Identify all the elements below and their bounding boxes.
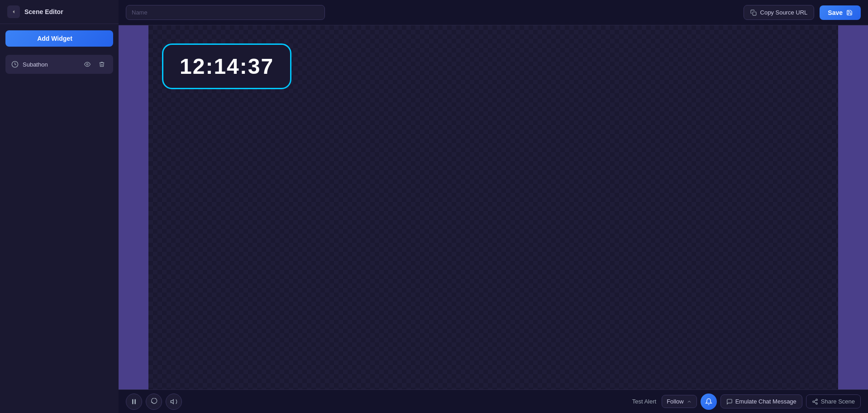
bell-icon bbox=[705, 398, 712, 405]
sidebar-title: Scene Editor bbox=[24, 8, 63, 15]
timer-display: 12:14:37 bbox=[180, 54, 274, 79]
pause-button[interactable] bbox=[126, 394, 142, 410]
sidebar-header: Scene Editor bbox=[0, 0, 119, 24]
svg-rect-2 bbox=[753, 12, 756, 15]
pause-icon bbox=[130, 398, 138, 405]
test-alert-select[interactable]: Follow bbox=[662, 395, 697, 408]
top-bar: Copy Source URL Save bbox=[119, 0, 868, 25]
undo-icon bbox=[150, 398, 157, 405]
add-widget-button[interactable]: Add Widget bbox=[5, 30, 113, 47]
svg-point-7 bbox=[813, 401, 815, 403]
chat-icon bbox=[726, 399, 733, 405]
save-icon bbox=[846, 10, 853, 16]
volume-icon bbox=[170, 398, 177, 405]
volume-button[interactable] bbox=[166, 394, 182, 410]
sidebar: Scene Editor Add Widget Subathon bbox=[0, 0, 119, 413]
share-scene-label: Share Scene bbox=[821, 398, 855, 405]
share-scene-button[interactable]: Share Scene bbox=[806, 394, 861, 408]
add-widget-label: Add Widget bbox=[37, 35, 72, 42]
svg-rect-4 bbox=[134, 399, 136, 404]
emulate-chat-label: Emulate Chat Message bbox=[735, 398, 796, 405]
left-panel-strip bbox=[119, 25, 148, 389]
emulate-chat-button[interactable]: Emulate Chat Message bbox=[720, 394, 802, 408]
svg-point-1 bbox=[86, 63, 88, 65]
svg-line-10 bbox=[814, 400, 816, 401]
test-alert-option: Follow bbox=[667, 398, 684, 405]
subathon-widget-icon bbox=[11, 60, 19, 68]
widget-visibility-button[interactable] bbox=[81, 58, 93, 70]
copy-source-url-button[interactable]: Copy Source URL bbox=[744, 5, 815, 20]
chevron-up-icon bbox=[687, 399, 692, 404]
main-content: Copy Source URL Save 12:14:37 bbox=[119, 0, 868, 413]
svg-point-6 bbox=[816, 399, 818, 401]
right-panel-strip bbox=[838, 25, 868, 389]
widget-item-actions bbox=[81, 58, 108, 70]
widget-list: Subathon bbox=[0, 53, 119, 76]
copy-icon bbox=[750, 10, 757, 16]
scene-name-input[interactable] bbox=[126, 5, 325, 20]
fire-alert-button[interactable] bbox=[701, 394, 717, 410]
timer-widget[interactable]: 12:14:37 bbox=[162, 43, 291, 89]
widget-item-label: Subathon bbox=[23, 61, 78, 68]
copy-source-label: Copy Source URL bbox=[760, 9, 808, 16]
svg-line-9 bbox=[814, 402, 816, 403]
svg-point-8 bbox=[816, 403, 818, 404]
save-label: Save bbox=[828, 9, 843, 16]
svg-marker-5 bbox=[171, 399, 173, 403]
share-icon bbox=[812, 399, 818, 405]
test-alert-label: Test Alert bbox=[632, 398, 656, 405]
trash-icon bbox=[99, 61, 105, 67]
canvas-main[interactable]: 12:14:37 bbox=[148, 25, 838, 389]
svg-rect-3 bbox=[132, 399, 134, 404]
save-button[interactable]: Save bbox=[820, 5, 861, 20]
widget-item-subathon[interactable]: Subathon bbox=[5, 55, 113, 74]
bottom-bar: Test Alert Follow Emulate Chat Message bbox=[119, 389, 868, 413]
back-button[interactable] bbox=[7, 5, 20, 18]
widget-delete-button[interactable] bbox=[96, 58, 108, 70]
undo-button[interactable] bbox=[146, 394, 162, 410]
eye-icon bbox=[84, 61, 91, 67]
canvas-area: 12:14:37 bbox=[119, 25, 868, 389]
plus-icon bbox=[75, 35, 81, 42]
clock-icon bbox=[11, 61, 19, 68]
